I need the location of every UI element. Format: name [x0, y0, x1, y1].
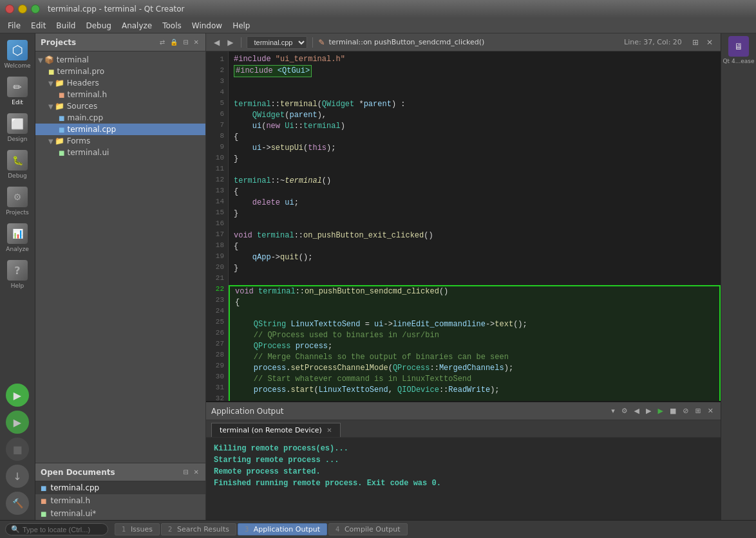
open-doc-terminal-ui[interactable]: ■ terminal.ui*	[35, 507, 205, 520]
output-line-4: Finished running remote process. Exit co…	[214, 478, 713, 489]
code-line-21	[234, 274, 715, 285]
app-output-next[interactable]: ▶	[644, 405, 653, 416]
split-button[interactable]: ⊟	[182, 37, 189, 47]
code-line-28: // Merge Channels so the output of binar…	[235, 352, 714, 363]
close-editor-button[interactable]: ✕	[704, 37, 715, 48]
open-docs-split-button[interactable]: ⊟	[182, 467, 189, 477]
maximize-button[interactable]	[31, 5, 40, 14]
open-docs-list: ■ terminal.cpp ■ terminal.h ■ terminal.u…	[35, 481, 205, 520]
tree-item-terminal[interactable]: ▼ 📦 terminal	[35, 54, 205, 66]
tree-label-terminal: terminal	[57, 55, 89, 64]
tree-item-terminal-cpp[interactable]: ■ terminal.cpp	[35, 124, 205, 135]
close-panel-button[interactable]: ✕	[193, 37, 200, 47]
menu-tools[interactable]: Tools	[157, 20, 187, 32]
app-output-prev[interactable]: ◀	[632, 405, 641, 416]
code-line-27: QProcess process;	[235, 341, 714, 352]
sidebar-item-projects[interactable]: ⚙ Projects	[2, 183, 33, 219]
terminal-icon[interactable]: 🖥	[728, 36, 749, 57]
toolbar-separator-2	[312, 37, 313, 48]
status-tab-label-app-output: Application Output	[254, 525, 320, 533]
app-output-stop[interactable]: ■	[668, 405, 678, 416]
code-line-18: {	[234, 241, 715, 252]
build-button[interactable]: 🔨	[6, 492, 29, 515]
tree-item-main-cpp[interactable]: ■ main.cpp	[35, 112, 205, 124]
lock-button[interactable]: 🔒	[169, 37, 179, 47]
menu-window[interactable]: Window	[187, 20, 227, 32]
output-line-1: Killing remote process(es)...	[214, 443, 713, 454]
sidebar-item-analyze[interactable]: 📊 Analyze	[2, 219, 33, 256]
minimize-button[interactable]	[18, 5, 27, 14]
app-output-tab[interactable]: terminal (on Remote Device) ✕	[211, 423, 341, 437]
tree-item-forms[interactable]: ▼ 📁 Forms	[35, 135, 205, 147]
debug-run-button[interactable]: ▶	[6, 411, 29, 434]
code-line-5: terminal::terminal(QWidget *parent) :	[234, 99, 715, 110]
tree-label-sources: Sources	[67, 102, 97, 111]
sidebar-item-help[interactable]: ? Help	[2, 256, 33, 293]
terminal-side-panel: 🖥 Qt 4...ease	[721, 33, 756, 520]
tree-label-forms: Forms	[67, 136, 90, 145]
status-search[interactable]: 🔍	[5, 523, 108, 535]
titlebar: terminal.cpp - terminal - Qt Creator	[0, 0, 756, 18]
stop-button[interactable]: ■	[6, 438, 29, 461]
tree-item-headers[interactable]: ▼ 📁 Headers	[35, 77, 205, 89]
sidebar-item-design[interactable]: ⬜ Design	[2, 109, 33, 146]
output-line-2: Starting remote process ...	[214, 454, 713, 466]
code-line-12: terminal::~terminal()	[234, 176, 715, 187]
back-button[interactable]: ◀	[211, 37, 222, 48]
editor-toolbar: ◀ ▶ terminal.cpp ✎ terminal::on pushButt…	[206, 33, 721, 51]
app-output-run[interactable]: ▶	[656, 405, 665, 416]
app-output-panel: Application Output ▾ ⚙ ◀ ▶ ▶ ■ ⊘ ⊞ ✕ ter…	[206, 401, 721, 520]
menu-analyze[interactable]: Analyze	[117, 20, 157, 32]
tree-item-terminal-h[interactable]: ■ terminal.h	[35, 89, 205, 100]
open-docs-close-button[interactable]: ✕	[193, 467, 200, 477]
status-tab-search-results[interactable]: 2 Search Results	[161, 523, 236, 535]
forward-button[interactable]: ▶	[225, 37, 236, 48]
app-output-settings[interactable]: ⚙	[619, 405, 630, 416]
tree-item-terminal-ui[interactable]: ■ terminal.ui	[35, 147, 205, 158]
app-output-tab-close[interactable]: ✕	[326, 427, 332, 434]
menu-edit[interactable]: Edit	[26, 20, 51, 32]
statusbar: 🔍 1 Issues 2 Search Results 3 Applicatio…	[0, 520, 756, 538]
open-doc-label-terminal-h: terminal.h	[50, 496, 90, 505]
step-button[interactable]: ↓	[6, 465, 29, 488]
run-button[interactable]: ▶	[6, 384, 29, 407]
code-line-4	[234, 88, 715, 99]
app-output-tab-strip: terminal (on Remote Device) ✕	[206, 420, 721, 438]
app-output-maximize[interactable]: ⊞	[694, 405, 703, 416]
menu-debug[interactable]: Debug	[80, 20, 116, 32]
file-selector[interactable]: terminal.cpp	[247, 36, 307, 49]
open-doc-label-terminal-ui: terminal.ui*	[50, 509, 96, 518]
open-doc-terminal-h[interactable]: ■ terminal.h	[35, 494, 205, 507]
sidebar-item-debug[interactable]: 🐛 Debug	[2, 146, 33, 183]
file-type-icon: ✎	[318, 38, 325, 47]
code-line-31: process.start(LinuxTexttoSend, QIODevice…	[235, 385, 714, 396]
code-line-29: process.setProcessChannelMode(QProcess::…	[235, 363, 714, 374]
projects-panel-header: Projects ⇄ 🔒 ⊟ ✕	[35, 33, 205, 51]
edit-icon: ✏	[7, 77, 28, 97]
status-tab-compile-output[interactable]: 4 Compile Output	[328, 523, 408, 535]
tree-item-sources[interactable]: ▼ 📁 Sources	[35, 100, 205, 112]
status-tab-issues[interactable]: 1 Issues	[115, 523, 160, 535]
sync-button[interactable]: ⇄	[158, 37, 166, 47]
maximize-editor-button[interactable]: ⊞	[690, 37, 701, 48]
sidebar-item-edit[interactable]: ✏ Edit	[2, 73, 33, 109]
tree-label-terminal-h: terminal.h	[67, 90, 107, 99]
menu-build[interactable]: Build	[51, 20, 80, 32]
tree-label-terminal-cpp: terminal.cpp	[67, 125, 116, 134]
sidebar-item-welcome[interactable]: ⬡ Welcome	[2, 36, 33, 73]
code-editor[interactable]: 12345 678910 1112131415 1617181920 21222…	[206, 51, 721, 401]
app-output-dropdown[interactable]: ▾	[609, 405, 617, 416]
search-input[interactable]	[23, 526, 100, 533]
menu-help[interactable]: Help	[227, 20, 255, 32]
app-output-close[interactable]: ✕	[706, 405, 715, 416]
open-doc-terminal-cpp[interactable]: ■ terminal.cpp	[35, 481, 205, 494]
status-tab-app-output[interactable]: 3 Application Output	[238, 523, 327, 535]
tree-item-terminal-pro[interactable]: ■ terminal.pro	[35, 66, 205, 77]
status-tab-num-3: 3	[245, 526, 249, 533]
debug-icon: 🐛	[7, 150, 28, 171]
app-output-clear[interactable]: ⊘	[681, 405, 690, 416]
menu-file[interactable]: File	[3, 20, 26, 32]
close-button[interactable]	[5, 5, 14, 14]
code-content[interactable]: #include "ui_terminal.h" #include <QtGui…	[229, 51, 721, 401]
toolbar-separator-1	[241, 37, 241, 48]
